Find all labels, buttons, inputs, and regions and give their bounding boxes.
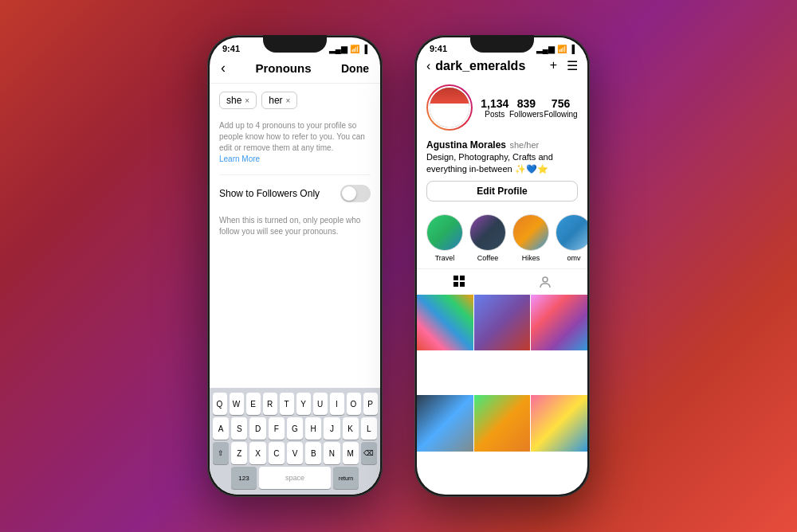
key-i[interactable]: I (330, 393, 344, 415)
highlight-hikes[interactable]: Hikes (512, 214, 549, 262)
svg-rect-2 (453, 282, 458, 287)
highlight-travel-label: Travel (435, 254, 455, 262)
key-shift[interactable]: ⇧ (213, 442, 229, 464)
highlight-travel-circle (426, 214, 463, 251)
key-x[interactable]: X (249, 442, 265, 464)
ig-header: ‹ dark_emeralds + ☰ (417, 55, 587, 80)
tab-grid[interactable] (417, 276, 502, 288)
tab-tagged[interactable] (502, 276, 587, 288)
ig-bio: Agustina Morales she/her Design, Photogr… (426, 137, 578, 176)
edit-profile-button[interactable]: Edit Profile (426, 181, 578, 201)
key-k[interactable]: K (343, 417, 359, 440)
key-return[interactable]: return (333, 467, 359, 489)
key-backspace[interactable]: ⌫ (361, 442, 377, 464)
posts-count: 1,134 (481, 97, 508, 110)
post-1[interactable] (417, 295, 473, 351)
highlight-travel[interactable]: Travel (426, 214, 463, 262)
key-b[interactable]: B (305, 442, 321, 464)
toggle-label: Show to Followers Only (219, 188, 320, 199)
done-button[interactable]: Done (341, 62, 369, 75)
key-g[interactable]: G (287, 417, 303, 440)
signal-icon: ▂▄▆ (329, 45, 347, 53)
pronouns-body: she × her × Add up to 4 pronouns to your… (210, 84, 380, 388)
followers-label: Followers (509, 110, 544, 119)
highlight-coffee[interactable]: Coffee (469, 214, 506, 262)
phone-notch (263, 35, 327, 53)
key-s[interactable]: S (231, 417, 247, 440)
key-a[interactable]: A (213, 417, 229, 440)
key-h[interactable]: H (305, 417, 321, 440)
key-j[interactable]: J (324, 417, 340, 440)
toggle-description: When this is turned on, only people who … (210, 212, 380, 245)
menu-icon[interactable]: ☰ (567, 58, 578, 73)
key-e[interactable]: E (246, 393, 261, 415)
pronouns-header: ‹ Pronouns Done (210, 55, 380, 84)
tab-bar (417, 268, 587, 295)
highlight-omv-label: omv (567, 254, 580, 262)
status-icons-right: ▂▄▆ 📶 ▐ (536, 45, 575, 53)
key-n[interactable]: N (324, 442, 340, 464)
keyboard-row-2: A S D F G H J K L (213, 417, 377, 440)
svg-rect-1 (460, 276, 465, 280)
key-y[interactable]: Y (296, 393, 311, 415)
key-w[interactable]: W (230, 393, 244, 415)
ig-bio-text: Design, Photography, Crafts and everythi… (426, 151, 578, 176)
key-space[interactable]: space (259, 467, 331, 489)
followers-only-toggle[interactable] (340, 185, 371, 202)
remove-she-icon[interactable]: × (245, 96, 249, 105)
key-u[interactable]: U (313, 393, 328, 415)
highlight-coffee-label: Coffee (477, 254, 498, 262)
key-l[interactable]: L (361, 417, 377, 440)
post-5[interactable] (474, 395, 531, 452)
pronoun-tag-she[interactable]: she × (219, 92, 257, 109)
following-stat: 756 Following (544, 97, 577, 119)
profile-stats: 1,134 Posts 839 Followers 756 Following (481, 97, 578, 119)
highlight-coffee-circle (469, 214, 506, 251)
pronoun-tag-her[interactable]: her × (261, 92, 297, 109)
battery-icon-right: ▐ (569, 45, 575, 53)
key-m[interactable]: M (343, 442, 359, 464)
pronoun-her-label: her (269, 95, 282, 106)
post-2[interactable] (474, 295, 531, 351)
ig-username: dark_emeralds (435, 59, 549, 73)
keyboard: Q W E R T Y U I O P A S D F G H J K L (210, 388, 380, 495)
highlight-omv[interactable]: omv (556, 214, 587, 262)
pronoun-tags-container: she × her × (210, 84, 380, 117)
post-6[interactable] (531, 395, 587, 452)
highlight-hikes-circle (512, 214, 549, 251)
ig-name-line: Agustina Morales she/her (426, 137, 578, 151)
battery-icon: ▐ (362, 45, 367, 53)
followers-stat: 839 Followers (509, 97, 544, 119)
key-q[interactable]: Q (213, 393, 227, 415)
ig-pronouns: she/her (509, 140, 539, 150)
ig-back-button[interactable]: ‹ (426, 59, 430, 73)
key-numbers[interactable]: 123 (231, 467, 257, 489)
post-3[interactable] (531, 295, 587, 351)
add-icon[interactable]: + (550, 58, 557, 73)
key-c[interactable]: C (269, 442, 285, 464)
pronouns-description: Add up to 4 pronouns to your profile so … (210, 117, 380, 174)
back-button[interactable]: ‹ (221, 60, 226, 76)
posts-label: Posts (481, 110, 508, 119)
status-icons-left: ▂▄▆ 📶 ▐ (329, 45, 367, 53)
key-r[interactable]: R (263, 393, 277, 415)
posts-stat: 1,134 Posts (481, 97, 508, 119)
post-4[interactable] (417, 395, 473, 452)
svg-rect-3 (460, 282, 465, 287)
key-z[interactable]: Z (231, 442, 247, 464)
key-f[interactable]: F (269, 417, 285, 440)
screen-title: Pronouns (256, 61, 312, 75)
learn-more-link[interactable]: Learn More (219, 155, 260, 163)
toggle-row: Show to Followers Only (210, 175, 380, 212)
key-o[interactable]: O (347, 393, 361, 415)
key-p[interactable]: P (363, 393, 378, 415)
avatar-inner (428, 86, 471, 129)
wifi-icon-right: 📶 (557, 45, 567, 53)
avatar (430, 88, 469, 127)
key-v[interactable]: V (287, 442, 303, 464)
remove-her-icon[interactable]: × (286, 96, 291, 105)
key-t[interactable]: T (280, 393, 294, 415)
following-count: 756 (544, 97, 577, 110)
highlight-hikes-label: Hikes (522, 254, 540, 262)
key-d[interactable]: D (249, 417, 265, 440)
